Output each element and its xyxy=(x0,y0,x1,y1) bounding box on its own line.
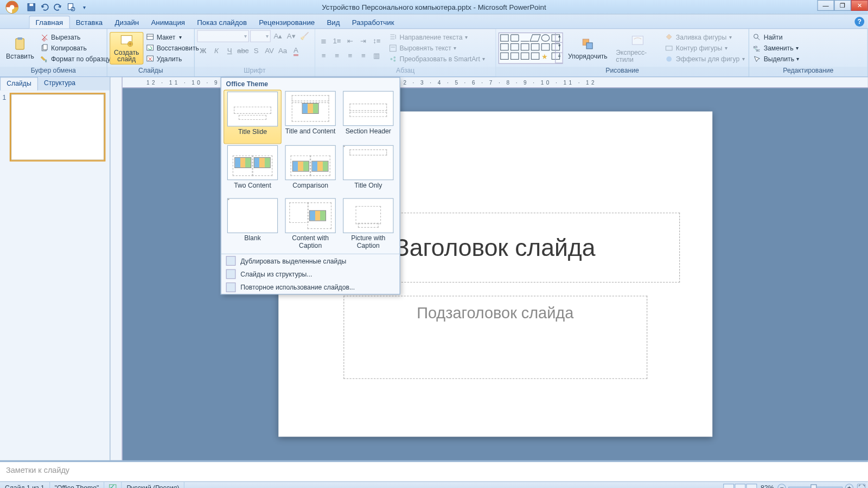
text-direction-button[interactable]: Направление текста▾ xyxy=(387,32,487,42)
shape-fill-button[interactable]: Заливка фигуры▾ xyxy=(664,32,746,42)
zoom-percent[interactable]: 82% xyxy=(761,484,774,488)
new-slide-button[interactable]: Создать слайд xyxy=(110,31,143,64)
tab-design[interactable]: Дизайн xyxy=(108,16,145,28)
font-color-icon[interactable]: A xyxy=(290,44,302,56)
status-spellcheck[interactable] xyxy=(104,482,122,488)
cut-button[interactable]: Вырезать xyxy=(39,32,112,42)
undo-icon[interactable] xyxy=(40,2,49,12)
layout-content-caption[interactable]: Content with Caption xyxy=(282,197,340,250)
status-language[interactable]: Русский (Россия) xyxy=(122,482,185,488)
vertical-ruler xyxy=(110,77,122,460)
redo-icon[interactable] xyxy=(53,2,63,12)
layout-two-content[interactable]: Two Content xyxy=(224,144,282,197)
case-icon[interactable]: Aa xyxy=(277,44,289,56)
tab-review[interactable]: Рецензирование xyxy=(253,16,321,28)
replace-button[interactable]: abacЗаменить▾ xyxy=(751,43,801,53)
tab-outline[interactable]: Структура xyxy=(38,77,81,90)
linespacing-icon[interactable]: ↕≡ xyxy=(371,35,382,47)
shape-outline-button[interactable]: Контур фигуры▾ xyxy=(664,43,746,53)
group-drawing: ★ ▴▾≡ Упорядочить Экспресс-стили Заливка… xyxy=(496,29,749,76)
smartart-button[interactable]: Преобразовать в SmartArt▾ xyxy=(387,54,487,63)
columns-icon[interactable]: ▥ xyxy=(371,49,382,61)
align-right-icon[interactable]: ≡ xyxy=(344,49,356,61)
layout-blank[interactable]: Blank xyxy=(224,197,282,250)
arrange-button[interactable]: Упорядочить xyxy=(564,35,611,61)
bullets-icon[interactable]: ≣ xyxy=(317,35,329,47)
minimize-button[interactable]: — xyxy=(818,0,834,11)
tab-home[interactable]: Главная xyxy=(29,16,69,28)
paste-button[interactable]: Вставить xyxy=(2,35,37,61)
tab-animation[interactable]: Анимация xyxy=(145,16,191,28)
tab-slideshow[interactable]: Показ слайдов xyxy=(191,16,253,28)
normal-view-icon[interactable] xyxy=(723,484,734,488)
align-center-icon[interactable]: ≡ xyxy=(331,49,343,61)
layout-title-content[interactable]: Title and Content xyxy=(282,90,340,144)
grow-font-icon[interactable]: A▴ xyxy=(272,30,284,42)
copy-button[interactable]: Копировать xyxy=(39,43,112,53)
underline-icon[interactable]: Ч xyxy=(224,44,235,56)
status-theme: "Office Theme" xyxy=(50,482,104,488)
svg-rect-6 xyxy=(16,38,24,49)
group-editing-label: Редактирование xyxy=(749,67,867,76)
tab-slides-thumbnails[interactable]: Слайды xyxy=(0,77,38,90)
format-painter-button[interactable]: Формат по образцу xyxy=(39,54,112,63)
bold-icon[interactable]: Ж xyxy=(197,44,209,56)
find-button[interactable]: Найти xyxy=(751,32,801,42)
shrink-font-icon[interactable]: A▾ xyxy=(285,30,297,42)
layout-comparison[interactable]: Comparison xyxy=(282,144,340,197)
shadow-icon[interactable]: S xyxy=(250,44,262,56)
print-preview-icon[interactable] xyxy=(66,2,76,12)
save-icon[interactable] xyxy=(27,2,36,12)
paste-label: Вставить xyxy=(6,52,34,59)
maximize-button[interactable]: ❐ xyxy=(834,0,851,11)
select-button[interactable]: Выделить▾ xyxy=(751,54,801,63)
align-text-button[interactable]: Выровнять текст▾ xyxy=(387,43,487,53)
font-size-select[interactable] xyxy=(250,30,271,42)
reset-button[interactable]: Восстановить xyxy=(144,43,200,53)
fit-window-button[interactable]: ⛶ xyxy=(857,484,866,488)
tab-view[interactable]: Вид xyxy=(321,16,346,28)
layout-section-header[interactable]: Section Header xyxy=(339,90,397,144)
zoom-out-button[interactable]: − xyxy=(777,484,786,488)
layout-button[interactable]: Макет▾ xyxy=(144,32,200,42)
clear-format-icon[interactable]: 🧹 xyxy=(298,30,310,42)
font-family-select[interactable] xyxy=(197,30,249,42)
layout-title-slide[interactable]: Title Slide xyxy=(224,90,282,144)
italic-icon[interactable]: К xyxy=(210,44,222,56)
menu-reuse-slides[interactable]: Повторное использование слайдов... xyxy=(221,281,400,294)
menu-duplicate-slides[interactable]: Дублировать выделенные слайды xyxy=(221,254,400,267)
tab-insert[interactable]: Вставка xyxy=(70,16,109,28)
close-button[interactable]: ✕ xyxy=(851,0,868,11)
group-editing: Найти abacЗаменить▾ Выделить▾ Редактиров… xyxy=(749,29,868,76)
svg-text:ac: ac xyxy=(756,48,760,52)
delete-button[interactable]: Удалить xyxy=(144,54,200,63)
slideshow-view-icon[interactable] xyxy=(746,484,757,488)
subtitle-placeholder[interactable]: Подзаголовок слайда xyxy=(343,296,647,379)
strike-icon[interactable]: abc xyxy=(237,44,249,56)
thumbnail-number: 1 xyxy=(2,94,8,160)
outdent-icon[interactable]: ⇤ xyxy=(344,35,356,47)
office-button[interactable] xyxy=(0,0,24,14)
zoom-in-button[interactable]: + xyxy=(845,484,854,488)
quick-styles-button[interactable]: Экспресс-стили xyxy=(612,31,663,64)
svg-point-19 xyxy=(391,57,393,60)
shape-effects-button[interactable]: Эффекты для фигур▾ xyxy=(664,54,746,63)
justify-icon[interactable]: ≡ xyxy=(358,49,369,61)
qat-customize-icon[interactable]: ▾ xyxy=(80,2,90,12)
svg-rect-23 xyxy=(586,42,592,48)
tab-developer[interactable]: Разработчик xyxy=(346,16,400,28)
help-icon[interactable]: ? xyxy=(854,17,864,27)
layout-picture-caption[interactable]: Picture with Caption xyxy=(339,197,397,250)
layout-title-only[interactable]: Title Only xyxy=(339,144,397,197)
indent-icon[interactable]: ⇥ xyxy=(358,35,369,47)
numbering-icon[interactable]: 1≡ xyxy=(331,35,343,47)
shapes-gallery[interactable]: ★ ▴▾≡ xyxy=(499,32,563,63)
thumbnail-item[interactable]: 1 xyxy=(2,94,107,160)
spacing-icon[interactable]: AV xyxy=(264,44,276,56)
menu-slides-from-outline[interactable]: Слайды из структуры... xyxy=(221,267,400,280)
notes-pane[interactable]: Заметки к слайду xyxy=(0,460,868,481)
align-left-icon[interactable]: ≡ xyxy=(317,49,329,61)
svg-line-28 xyxy=(757,37,760,40)
sorter-view-icon[interactable] xyxy=(735,484,745,488)
status-bar: Слайд 1 из 1 "Office Theme" Русский (Рос… xyxy=(0,481,868,488)
